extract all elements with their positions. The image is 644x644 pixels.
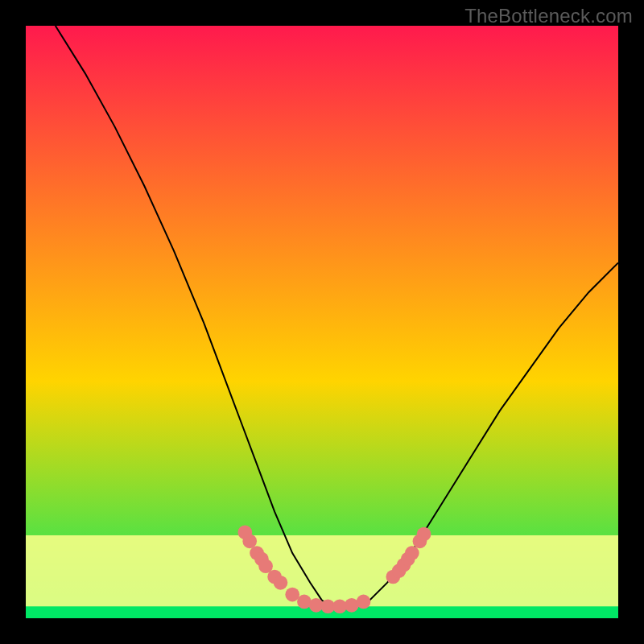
gradient-background [26,26,618,618]
marker-dot [417,527,431,542]
marker-dot [357,595,371,609]
chart-svg [26,26,618,618]
marker-dot [242,534,257,548]
chart-plot-area [26,26,618,618]
watermark-text: TheBottleneck.com [464,5,633,27]
marker-dot [405,546,419,560]
marker-dot [274,576,288,590]
chart-frame: TheBottleneck.com [0,0,644,644]
marker-dot [285,588,299,602]
